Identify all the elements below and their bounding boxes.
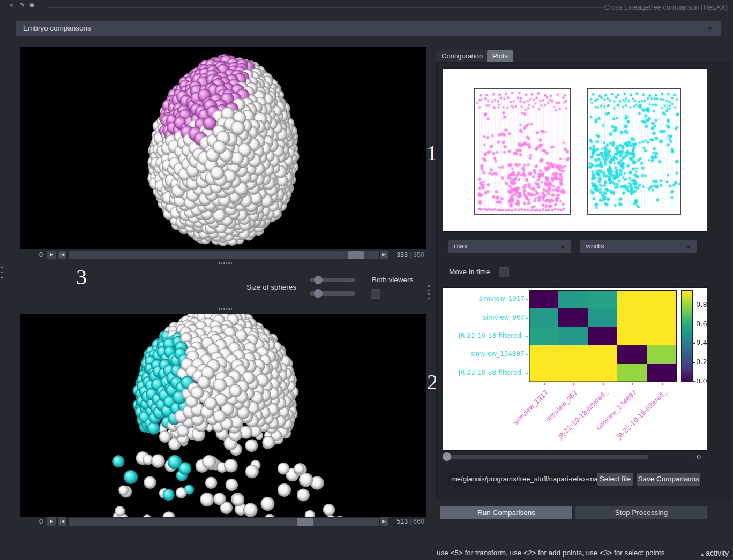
heatmap-row-label: JR-22-10-18-filtered_ — [444, 332, 525, 339]
preset-dropdown-value: Embryo comparisons — [23, 24, 91, 32]
both-viewers-checkbox[interactable] — [371, 289, 380, 299]
skip-to-start-button[interactable]: |◀ — [58, 251, 66, 259]
status-hint: use <5> for transform, use <2> for add p… — [437, 549, 665, 557]
time-slider[interactable] — [443, 455, 648, 459]
colorbar-tick-label: 0.8 — [696, 300, 707, 308]
skip-to-end-button[interactable]: ▶| — [380, 251, 388, 259]
row-tick — [526, 336, 528, 337]
row-tick — [526, 318, 528, 319]
current-frame-label: 333 — [394, 251, 408, 259]
frame-separator: | — [410, 517, 412, 525]
heatmap-row-label: JR-22-10-18-filtered_ — [444, 369, 525, 376]
statistic-dropdown[interactable]: max ▼ — [448, 240, 571, 253]
colorbar-tick-label: 0.4 — [696, 338, 707, 346]
row-tick — [526, 373, 528, 374]
heatmap-row-label: simview_967 — [444, 314, 525, 321]
frame-slider-row-top: 0 ▶ |◀ ▶| 333 | 350 — [20, 251, 426, 260]
col-tick — [573, 383, 574, 385]
header-divider — [47, 7, 605, 8]
statistic-dropdown-value: max — [454, 242, 468, 250]
col-tick — [632, 383, 633, 385]
preset-dropdown[interactable]: Embryo comparisons ▼ — [16, 21, 721, 36]
skip-to-start-button[interactable]: |◀ — [58, 517, 66, 526]
row-tick — [526, 354, 528, 355]
dock-panel-icon[interactable]: ▣ — [29, 2, 34, 7]
col-tick — [662, 383, 663, 385]
run-comparisons-button[interactable]: Run Comparisons — [440, 506, 572, 519]
heatmap-colorbar — [681, 290, 693, 382]
colormap-dropdown[interactable]: viridis ▼ — [580, 240, 697, 253]
window-title: Cross Lineagetree comparison (ReLAX) — [604, 3, 728, 11]
both-viewers-label: Both viewers — [372, 276, 413, 284]
colorbar-tick — [692, 343, 695, 344]
colorbar-tick — [692, 362, 695, 363]
col-tick — [603, 383, 604, 385]
triangle-up-icon: ▴ — [701, 551, 704, 557]
frame-slider-handle[interactable] — [348, 251, 364, 259]
sphere-size-slider-bottom[interactable] — [310, 291, 355, 296]
embryo-viewer-top[interactable] — [20, 47, 426, 249]
frame-spinbox[interactable]: 0 — [35, 518, 43, 525]
activity-toggle[interactable]: ▴activity — [701, 549, 729, 557]
frame-spinbox[interactable]: 0 — [35, 251, 43, 259]
comparison-heatmap — [529, 290, 677, 382]
sphere-size-slider-top[interactable] — [310, 278, 355, 282]
float-panel-icon[interactable]: ✎ — [20, 2, 24, 7]
tab-configuration[interactable]: Configuration — [436, 50, 488, 62]
file-path-field[interactable]: me/giannis/programs/tree_stuff/napari-re… — [448, 473, 601, 486]
row-tick — [526, 299, 528, 300]
frame-slider-track[interactable] — [69, 251, 379, 259]
panel-drag-handle[interactable] — [428, 285, 430, 299]
activity-label: activity — [706, 549, 729, 557]
colorbar-tick-label: 0.0 — [696, 377, 707, 385]
frame-slider-row-bottom: 0 ▶ |◀ ▶| 513 | 660 — [20, 517, 426, 526]
time-slider-value: 0 — [679, 453, 701, 461]
lineage-tree-plot-left — [474, 88, 571, 215]
time-slider-knob[interactable] — [443, 452, 451, 461]
heatmap-figure: simview_1917simview_1917simview_967simvi… — [443, 287, 707, 451]
annotation-marker-1: 1 — [427, 140, 437, 165]
heatmap-row-label: simview_134897 — [444, 350, 525, 358]
play-button[interactable]: ▶ — [47, 517, 56, 526]
chevron-down-icon: ▼ — [707, 25, 713, 33]
play-button[interactable]: ▶ — [47, 251, 56, 259]
chevron-down-icon: ▼ — [685, 244, 692, 251]
tab-plots[interactable]: Plots — [487, 50, 513, 62]
save-comparisons-button[interactable]: Save Comparisons — [637, 473, 700, 486]
total-frames-label: 350 — [413, 251, 427, 259]
colorbar-tick — [692, 305, 695, 306]
colorbar-tick — [692, 324, 695, 325]
heatmap-row-label: simview_1917 — [444, 295, 525, 302]
splitter-handle[interactable] — [219, 308, 232, 310]
app-window: × ✎ ▣ Cross Lineagetree comparison (ReLA… — [0, 0, 733, 560]
slider-knob[interactable] — [314, 276, 323, 284]
col-tick — [544, 383, 545, 385]
frame-slider-handle[interactable] — [297, 518, 313, 526]
size-of-spheres-label: Size of spheres — [246, 283, 296, 291]
move-in-time-checkbox[interactable] — [499, 267, 509, 277]
slider-knob[interactable] — [314, 289, 323, 298]
colorbar-tick-label: 0.2 — [696, 358, 707, 366]
lineage-tree-plot-right — [587, 88, 681, 215]
frame-separator: | — [410, 251, 412, 259]
move-in-time-label: Move in time — [449, 268, 490, 276]
lineage-trees-figure — [443, 68, 707, 232]
frame-slider-track[interactable] — [69, 518, 379, 526]
panel-drag-handle[interactable] — [1, 267, 3, 278]
annotation-marker-3: 3 — [76, 264, 87, 290]
skip-to-end-button[interactable]: ▶| — [380, 517, 388, 526]
colorbar-tick-label: 0.6 — [696, 320, 707, 328]
colormap-dropdown-value: viridis — [586, 242, 604, 250]
current-frame-label: 513 — [394, 518, 408, 525]
colorbar-tick — [692, 381, 695, 382]
close-icon[interactable]: × — [10, 2, 13, 9]
total-frames-label: 660 — [413, 518, 427, 525]
stop-processing-button[interactable]: Stop Processing — [575, 506, 707, 519]
embryo-viewer-bottom[interactable] — [20, 314, 426, 517]
splitter-handle[interactable] — [219, 262, 232, 264]
select-file-button[interactable]: Select file — [597, 473, 633, 486]
chevron-down-icon: ▼ — [559, 244, 566, 251]
